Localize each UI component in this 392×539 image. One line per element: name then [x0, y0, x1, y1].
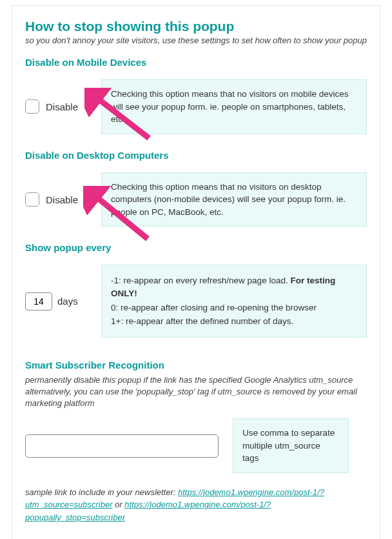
heading-smart-recognition: Smart Subscriber Recognition	[25, 360, 367, 371]
heading-disable-mobile: Disable on Mobile Devices	[25, 57, 367, 68]
section-disable-mobile: Disable on Mobile Devices Disable Checki…	[25, 57, 367, 134]
checkbox-disable-desktop[interactable]	[25, 192, 39, 207]
section-smart-recognition: Smart Subscriber Recognition permanently…	[25, 360, 367, 524]
help-disable-mobile: Checking this option means that no visit…	[101, 79, 367, 134]
help-freq-line3: 1+: re-appear after the defined number o…	[111, 315, 357, 328]
label-days-unit: days	[57, 296, 78, 307]
page-title: How to stop showing this popup	[25, 19, 367, 34]
desc-smart-recognition: permanently disable this popup if the li…	[25, 374, 367, 410]
help-frequency: -1: re-appear on every refresh/new page …	[101, 265, 367, 337]
settings-panel: How to stop showing this popup so you do…	[12, 5, 380, 539]
help-utm-source: Use comma to separate multiple utm_sourc…	[233, 418, 349, 473]
label-disable-desktop: Disable	[46, 194, 78, 205]
help-freq-line1a: -1: re-appear on every refresh/new page …	[111, 276, 290, 285]
checkbox-disable-mobile[interactable]	[25, 99, 39, 114]
sample-links: sample link to include in your newslette…	[25, 486, 367, 524]
help-disable-desktop: Checking this option means that no visit…	[101, 172, 367, 227]
heading-disable-desktop: Disable on Desktop Computers	[25, 150, 367, 161]
sample-or: or	[112, 500, 124, 509]
section-frequency: Show popup every days -1: re-appear on e…	[25, 242, 367, 337]
heading-frequency: Show popup every	[25, 242, 367, 253]
page-subtitle: so you don't annoy your site visitors, u…	[25, 36, 367, 45]
section-disable-desktop: Disable on Desktop Computers Disable Che…	[25, 150, 367, 227]
help-freq-line2: 0: re-appear after closing and re-openin…	[111, 301, 357, 314]
sample-prefix: sample link to include in your newslette…	[25, 487, 178, 497]
input-frequency-days[interactable]	[25, 292, 52, 310]
label-disable-mobile: Disable	[46, 101, 78, 112]
input-utm-source[interactable]	[25, 434, 219, 458]
